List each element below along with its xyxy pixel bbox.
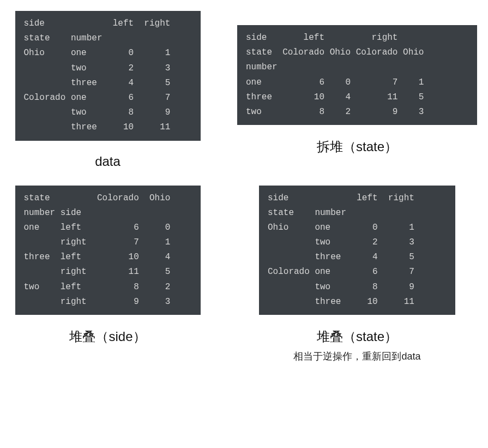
panel-stack-side: state Colorado Ohio number side one left… xyxy=(11,186,204,363)
panel-stack-state: side left right state number Ohio one 0 … xyxy=(237,186,477,363)
data-output: side left right state number Ohio one 0 … xyxy=(15,11,201,141)
subcaption-stack-state: 相当于逆操作，重新回到data xyxy=(293,350,420,363)
caption-data: data xyxy=(95,154,121,169)
panel-unstack-state: side left right state Colorado Ohio Colo… xyxy=(237,25,477,169)
caption-unstack-state: 拆堆（state） xyxy=(317,138,397,156)
stack-side-output: state Colorado Ohio number side one left… xyxy=(15,186,201,315)
caption-stack-side: 堆叠（side） xyxy=(69,328,146,345)
caption-stack-state: 堆叠（state） xyxy=(317,328,397,345)
panel-data: side left right state number Ohio one 0 … xyxy=(11,11,204,169)
stack-state-output: side left right state number Ohio one 0 … xyxy=(259,186,455,315)
unstack-state-output: side left right state Colorado Ohio Colo… xyxy=(237,25,477,125)
